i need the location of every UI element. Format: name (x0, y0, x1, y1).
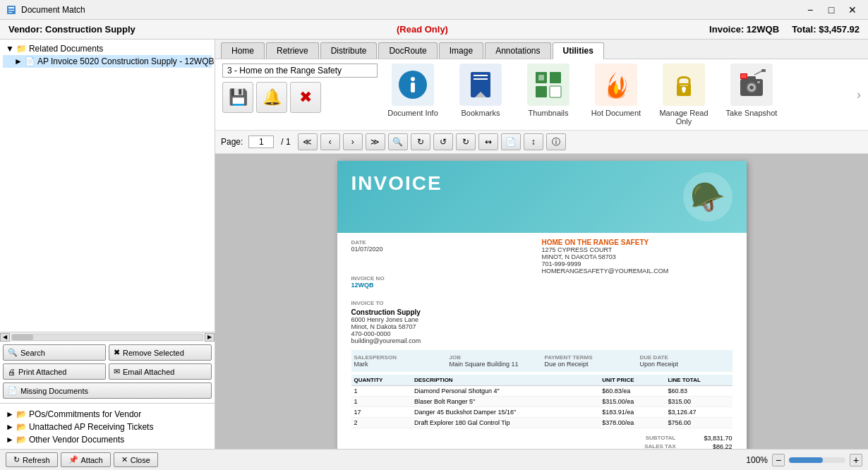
bell-button[interactable]: 🔔 (256, 82, 287, 113)
svg-point-5 (411, 77, 415, 81)
zoom-in-btn[interactable]: + (850, 454, 862, 466)
bookmarks-icon (459, 64, 502, 106)
tab-utilities[interactable]: Utilities (553, 42, 604, 59)
doc-view[interactable]: INVOICE 🪖 DATE 01/07/2020 HOME (215, 154, 868, 449)
tab-home[interactable]: Home (221, 42, 265, 59)
svg-rect-3 (8, 12, 12, 13)
bookmarks-label: Bookmarks (461, 109, 500, 117)
tree-area[interactable]: ▼ 📁 Related Documents ► 📄 AP Invoice 502… (0, 40, 215, 332)
delete-button[interactable]: ✖ (290, 82, 321, 113)
svg-rect-19 (682, 89, 685, 92)
invoice-meta-row: SALESPERSON Mark JOB Main Square Buildin… (351, 350, 733, 372)
scroll-track[interactable] (11, 334, 203, 341)
missing-docs-button[interactable]: 📄 Missing Documents (3, 382, 212, 399)
nav-btn-10[interactable]: 📄 (501, 133, 521, 150)
doc-name-input[interactable] (222, 64, 378, 78)
nav-btn-9[interactable]: ↭ (478, 133, 498, 150)
cell-qty: 2 (351, 418, 411, 428)
tool-manage-read-only[interactable]: Manage Read Only (656, 64, 712, 126)
tool-hot-doc[interactable]: Hot Document (588, 64, 644, 117)
tool-take-snapshot[interactable]: Take Snapshot (723, 64, 780, 117)
refresh-button[interactable]: ↻ Refresh (6, 452, 58, 467)
tab-docroute[interactable]: DocRoute (378, 42, 437, 59)
email-attached-button[interactable]: ✉ Email Attached (109, 363, 212, 380)
invoice-date-block: DATE 01/07/2020 (351, 239, 542, 275)
window-controls[interactable]: − □ ✕ (800, 2, 862, 18)
bill-addr1: 6000 Henry Jones Lane (351, 316, 733, 323)
company-email: HOMERANGESAFETY@YOUREMAIL.COM (542, 267, 669, 275)
company-addr1: 1275 CYPRESS COURT (542, 246, 613, 253)
cell-qty: 1 (351, 397, 411, 407)
email-icon: ✉ (114, 367, 120, 376)
table-row: 1 Blaser Bolt Ranger 5" $315.00/ea $315.… (351, 397, 733, 407)
zoom-out-btn[interactable]: − (772, 454, 785, 466)
cell-desc: Draft Explorer 180 Gal Control Tip (411, 418, 599, 428)
nav-btn-11[interactable]: ↕ (524, 133, 543, 150)
expand-icon-3: ► (6, 435, 14, 445)
invoice-header: INVOICE 🪖 (337, 161, 747, 233)
rotate-left-btn[interactable]: ↺ (433, 133, 453, 150)
close-button[interactable]: ✕ Close (114, 452, 158, 467)
tab-distribute[interactable]: Distribute (320, 42, 378, 59)
tab-image[interactable]: Image (439, 42, 483, 59)
nav-btn-12[interactable]: ⓘ (546, 133, 566, 150)
toolbar-icons: Document Info Bookmarks (385, 64, 850, 126)
company-phone: 701-999-9999 (542, 260, 581, 267)
left-panel-scrollbar[interactable]: ◀ ▶ (0, 332, 215, 342)
cell-unit: $60.83/ea (599, 386, 665, 397)
remove-selected-button[interactable]: ✖ Remove Selected (109, 344, 212, 361)
tree-section-2[interactable]: ► 📂 Unattached AP Receiving Tickets (3, 421, 212, 433)
payment-value: Due on Receipt (545, 361, 634, 368)
minimize-button[interactable]: − (800, 2, 820, 18)
nav-btn-5[interactable]: 🔍 (388, 133, 408, 150)
vendor-label: Vendor: Construction Supply (8, 24, 135, 35)
svg-rect-26 (757, 81, 760, 83)
left-buttons: 🔍 Search ✖ Remove Selected 🖨 Print Attac… (0, 342, 215, 402)
close-window-button[interactable]: ✕ (843, 2, 862, 18)
tree-section-1[interactable]: ► 📂 POs/Commitments for Vendor (3, 408, 212, 421)
save-icon: 💾 (229, 88, 248, 107)
svg-rect-20 (680, 85, 688, 86)
salesperson-label: SALESPERSON (354, 354, 444, 361)
tree-child-item[interactable]: ► 📄 AP Invoice 5020 Construction Supply … (3, 55, 212, 68)
cell-unit: $315.00/ea (599, 397, 665, 407)
prev-page-btn[interactable]: ‹ (320, 133, 340, 150)
tree-section-3[interactable]: ► 📂 Other Vendor Documents (3, 433, 212, 446)
tool-doc-info[interactable]: Document Info (385, 64, 441, 117)
nav-btn-6[interactable]: ↻ (411, 133, 430, 150)
doc-info-label: Document Info (387, 109, 438, 117)
doc-name-row (222, 64, 378, 78)
print-attached-button[interactable]: 🖨 Print Attached (3, 363, 106, 380)
maximize-button[interactable]: □ (821, 2, 841, 18)
tab-annotations[interactable]: Annotations (485, 42, 550, 59)
save-button[interactable]: 💾 (222, 82, 253, 113)
refresh-icon: ↻ (13, 455, 20, 464)
search-button[interactable]: 🔍 Search (3, 344, 106, 361)
meta-salesperson: SALESPERSON Mark (351, 353, 447, 369)
tree-root[interactable]: ▼ 📁 Related Documents (3, 42, 212, 55)
zoom-slider[interactable] (789, 457, 845, 463)
invoice-body: INVOICE TO Construction Supply 6000 Henr… (337, 294, 747, 449)
scroll-left-btn[interactable]: ◀ (0, 333, 10, 342)
invoice-title: INVOICE (351, 172, 442, 195)
scroll-thumb (12, 335, 33, 340)
cell-qty: 17 (351, 407, 411, 418)
last-page-btn[interactable]: ≫ (366, 133, 385, 150)
tool-bookmarks[interactable]: Bookmarks (452, 64, 509, 117)
zoom-slider-fill (789, 457, 823, 463)
attach-button[interactable]: 📌 Attach (61, 452, 111, 467)
expand-icon-1: ► (6, 409, 14, 419)
page-number-input[interactable] (248, 135, 274, 148)
first-page-btn[interactable]: ≪ (298, 133, 318, 150)
rotate-right-btn[interactable]: ↻ (456, 133, 476, 150)
next-page-btn[interactable]: › (343, 133, 363, 150)
section-2-label: Unattached AP Receiving Tickets (29, 422, 154, 432)
col-desc: DESCRIPTION (411, 375, 599, 386)
subtotal-label: SUBTOTAL (646, 435, 676, 442)
take-snapshot-icon (730, 64, 773, 106)
col-qty: QUANTITY (351, 375, 411, 386)
tab-retrieve[interactable]: Retrieve (266, 42, 319, 59)
tool-thumbnails[interactable]: Thumbnails (520, 64, 577, 117)
scroll-right-btn[interactable]: ▶ (205, 333, 215, 342)
cell-total: $756.00 (665, 418, 732, 428)
